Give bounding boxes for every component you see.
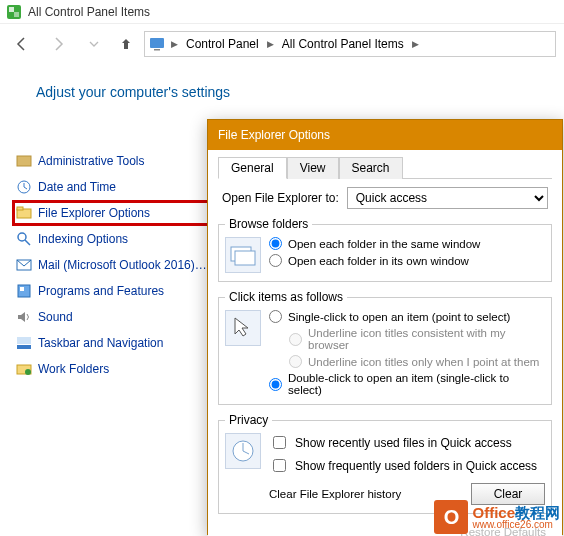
restore-defaults-button[interactable]: Restore Defaults [218,522,552,536]
clock-icon [16,179,32,195]
same-window-radio[interactable] [269,237,282,250]
svg-point-17 [25,369,31,375]
cp-item-sound[interactable]: Sound [12,304,212,330]
file-explorer-options-dialog: File Explorer Options General View Searc… [207,119,563,535]
back-button[interactable] [8,30,36,58]
frequent-folders-label: Show frequently used folders in Quick ac… [295,459,537,473]
folder-window-icon [225,237,261,273]
own-window-radio[interactable] [269,254,282,267]
svg-line-10 [25,240,30,245]
window-titlebar: All Control Panel Items [0,0,564,24]
control-panel-icon [6,4,22,20]
privacy-group: Privacy Show recently used files in Quic… [218,413,552,514]
breadcrumb-all-items[interactable]: All Control Panel Items [280,37,406,51]
cp-item-date-time[interactable]: Date and Time [12,174,212,200]
double-click-radio[interactable] [269,378,282,391]
clear-history-label: Clear File Explorer history [269,488,461,500]
cp-item-label: Indexing Options [38,232,128,246]
open-explorer-to-select[interactable]: Quick access [347,187,548,209]
cp-item-label: Date and Time [38,180,116,194]
single-click-radio[interactable] [269,310,282,323]
cp-item-file-explorer-options[interactable]: File Explorer Options [12,200,212,226]
folder-options-icon [16,205,32,221]
window-title: All Control Panel Items [28,5,150,19]
svg-rect-1 [9,7,14,12]
own-window-label: Open each folder in its own window [288,255,469,267]
svg-rect-19 [235,251,255,265]
navigation-bar: ▶ Control Panel ▶ All Control Panel Item… [0,24,564,64]
privacy-icon [225,433,261,469]
underline-browser-label: Underline icon titles consistent with my… [308,327,545,351]
click-items-group: Click items as follows Single-click to o… [218,290,552,405]
cp-item-work-folders[interactable]: Work Folders [12,356,212,382]
mail-icon [16,257,32,273]
page-heading: Adjust your computer's settings [0,64,564,116]
chevron-right-icon[interactable]: ▶ [410,39,421,49]
work-folders-icon [16,361,32,377]
recent-files-checkbox[interactable] [273,436,286,449]
svg-rect-4 [154,49,160,51]
underline-point-radio [289,355,302,368]
frequent-folders-checkbox[interactable] [273,459,286,472]
svg-rect-8 [17,207,23,210]
breadcrumb-control-panel[interactable]: Control Panel [184,37,261,51]
cp-item-label: Sound [38,310,73,324]
cp-item-indexing-options[interactable]: Indexing Options [12,226,212,252]
svg-rect-5 [17,156,31,166]
svg-point-9 [18,233,26,241]
forward-button[interactable] [44,30,72,58]
underline-point-label: Underline icon titles only when I point … [308,356,539,368]
speaker-icon [16,309,32,325]
chevron-right-icon[interactable]: ▶ [265,39,276,49]
search-icon [16,231,32,247]
admin-tools-icon [16,153,32,169]
cp-item-label: File Explorer Options [38,206,150,220]
svg-rect-13 [20,287,24,291]
single-click-label: Single-click to open an item (point to s… [288,311,510,323]
control-panel-items-list: Administrative Tools Date and Time File … [12,148,212,382]
double-click-label: Double-click to open an item (single-cli… [288,372,545,396]
recent-dropdown[interactable] [80,30,108,58]
cursor-click-icon [225,310,261,346]
chevron-right-icon[interactable]: ▶ [169,39,180,49]
cp-item-programs-features[interactable]: Programs and Features [12,278,212,304]
tab-search[interactable]: Search [339,157,403,179]
same-window-label: Open each folder in the same window [288,238,480,250]
svg-rect-14 [17,345,31,349]
cp-item-label: Taskbar and Navigation [38,336,163,350]
cp-item-label: Work Folders [38,362,109,376]
browse-folders-legend: Browse folders [225,217,312,231]
programs-icon [16,283,32,299]
clear-button[interactable]: Clear [471,483,545,505]
up-button[interactable] [116,34,136,54]
tab-view[interactable]: View [287,157,339,179]
cp-item-label: Programs and Features [38,284,164,298]
control-panel-small-icon [149,36,165,52]
underline-browser-radio [289,333,302,346]
click-items-legend: Click items as follows [225,290,347,304]
cp-item-mail[interactable]: Mail (Microsoft Outlook 2016) (3 [12,252,212,278]
browse-folders-group: Browse folders Open each folder in the s… [218,217,552,282]
open-explorer-to-label: Open File Explorer to: [222,191,339,205]
cp-item-administrative-tools[interactable]: Administrative Tools [12,148,212,174]
cp-item-taskbar-navigation[interactable]: Taskbar and Navigation [12,330,212,356]
cp-item-label: Administrative Tools [38,154,145,168]
svg-rect-15 [17,337,31,344]
taskbar-icon [16,335,32,351]
recent-files-label: Show recently used files in Quick access [295,436,512,450]
tab-general[interactable]: General [218,157,287,179]
cp-item-label: Mail (Microsoft Outlook 2016) (3 [38,258,208,272]
svg-rect-2 [14,12,19,17]
dialog-title[interactable]: File Explorer Options [208,120,562,150]
svg-rect-3 [150,38,164,48]
address-bar[interactable]: ▶ Control Panel ▶ All Control Panel Item… [144,31,556,57]
tabs: General View Search [218,156,552,179]
privacy-legend: Privacy [225,413,272,427]
